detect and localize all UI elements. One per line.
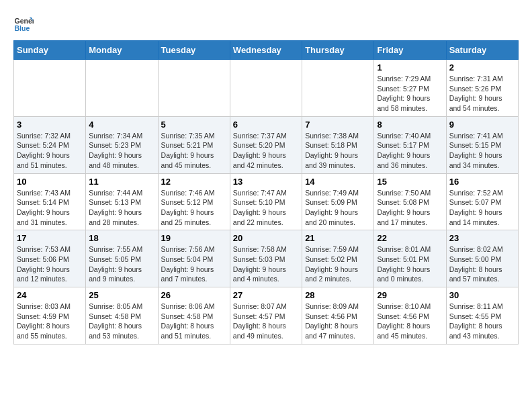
weekday-header: Sunday (14, 41, 86, 60)
calendar-cell: 29Sunrise: 8:10 AM Sunset: 4:56 PM Dayli… (374, 287, 446, 345)
day-number: 2 (449, 62, 515, 73)
calendar-cell: 8Sunrise: 7:40 AM Sunset: 5:17 PM Daylig… (374, 116, 446, 173)
day-number: 5 (161, 120, 227, 130)
day-info: Sunrise: 7:34 AM Sunset: 5:23 PM Dayligh… (89, 131, 154, 171)
calendar-cell: 7Sunrise: 7:38 AM Sunset: 5:18 PM Daylig… (302, 116, 374, 173)
day-number: 16 (449, 177, 515, 187)
calendar-cell: 5Sunrise: 7:35 AM Sunset: 5:21 PM Daylig… (158, 116, 230, 173)
day-number: 4 (89, 120, 154, 130)
day-info: Sunrise: 7:37 AM Sunset: 5:20 PM Dayligh… (233, 131, 299, 171)
day-info: Sunrise: 7:40 AM Sunset: 5:17 PM Dayligh… (377, 131, 443, 171)
calendar-cell: 28Sunrise: 8:09 AM Sunset: 4:56 PM Dayli… (302, 287, 374, 345)
day-info: Sunrise: 8:03 AM Sunset: 4:59 PM Dayligh… (17, 302, 83, 341)
calendar-cell: 12Sunrise: 7:46 AM Sunset: 5:12 PM Dayli… (158, 173, 230, 230)
calendar-cell: 16Sunrise: 7:52 AM Sunset: 5:07 PM Dayli… (446, 173, 518, 230)
day-number: 17 (17, 233, 83, 243)
weekday-header: Tuesday (158, 41, 230, 60)
calendar-cell: 6Sunrise: 7:37 AM Sunset: 5:20 PM Daylig… (230, 116, 302, 173)
day-info: Sunrise: 7:46 AM Sunset: 5:12 PM Dayligh… (161, 188, 227, 228)
calendar-cell: 20Sunrise: 7:58 AM Sunset: 5:03 PM Dayli… (230, 230, 302, 287)
calendar-cell (14, 60, 86, 117)
day-number: 13 (233, 177, 299, 187)
day-info: Sunrise: 7:50 AM Sunset: 5:08 PM Dayligh… (377, 188, 443, 228)
calendar-cell: 26Sunrise: 8:06 AM Sunset: 4:58 PM Dayli… (158, 287, 230, 345)
day-info: Sunrise: 8:01 AM Sunset: 5:01 PM Dayligh… (377, 244, 443, 284)
calendar-cell: 14Sunrise: 7:49 AM Sunset: 5:09 PM Dayli… (302, 173, 374, 230)
calendar-header: SundayMondayTuesdayWednesdayThursdayFrid… (14, 41, 519, 60)
day-info: Sunrise: 7:31 AM Sunset: 5:26 PM Dayligh… (449, 74, 515, 113)
day-number: 8 (377, 120, 443, 130)
calendar-cell: 3Sunrise: 7:32 AM Sunset: 5:24 PM Daylig… (14, 116, 86, 173)
day-info: Sunrise: 7:32 AM Sunset: 5:24 PM Dayligh… (17, 131, 83, 171)
calendar-cell: 24Sunrise: 8:03 AM Sunset: 4:59 PM Dayli… (14, 287, 86, 345)
day-info: Sunrise: 7:38 AM Sunset: 5:18 PM Dayligh… (305, 131, 371, 171)
day-info: Sunrise: 7:43 AM Sunset: 5:14 PM Dayligh… (17, 188, 83, 228)
day-info: Sunrise: 8:10 AM Sunset: 4:56 PM Dayligh… (377, 302, 443, 341)
weekday-header: Monday (86, 41, 158, 60)
day-info: Sunrise: 7:55 AM Sunset: 5:05 PM Dayligh… (89, 244, 154, 284)
day-info: Sunrise: 8:02 AM Sunset: 5:00 PM Dayligh… (449, 244, 515, 284)
calendar-cell: 4Sunrise: 7:34 AM Sunset: 5:23 PM Daylig… (86, 116, 158, 173)
weekday-header: Wednesday (230, 41, 302, 60)
day-number: 22 (377, 233, 443, 243)
day-info: Sunrise: 7:52 AM Sunset: 5:07 PM Dayligh… (449, 188, 515, 228)
svg-text:Blue: Blue (15, 24, 30, 32)
calendar-cell: 19Sunrise: 7:56 AM Sunset: 5:04 PM Dayli… (158, 230, 230, 287)
calendar-cell: 2Sunrise: 7:31 AM Sunset: 5:26 PM Daylig… (446, 60, 518, 117)
calendar-cell: 30Sunrise: 8:11 AM Sunset: 4:55 PM Dayli… (446, 287, 518, 345)
day-info: Sunrise: 7:56 AM Sunset: 5:04 PM Dayligh… (161, 244, 227, 284)
calendar-cell (302, 60, 374, 117)
day-number: 12 (161, 177, 227, 187)
page-header: General Blue (13, 13, 519, 34)
calendar-cell (230, 60, 302, 117)
day-info: Sunrise: 7:58 AM Sunset: 5:03 PM Dayligh… (233, 244, 299, 284)
day-number: 18 (89, 233, 154, 243)
day-info: Sunrise: 8:09 AM Sunset: 4:56 PM Dayligh… (305, 302, 371, 341)
day-number: 6 (233, 120, 299, 130)
day-info: Sunrise: 8:05 AM Sunset: 4:58 PM Dayligh… (89, 302, 154, 341)
day-info: Sunrise: 7:59 AM Sunset: 5:02 PM Dayligh… (305, 244, 371, 284)
calendar-cell: 22Sunrise: 8:01 AM Sunset: 5:01 PM Dayli… (374, 230, 446, 287)
logo: General Blue (13, 13, 36, 34)
day-info: Sunrise: 7:47 AM Sunset: 5:10 PM Dayligh… (233, 188, 299, 228)
day-info: Sunrise: 7:44 AM Sunset: 5:13 PM Dayligh… (89, 188, 154, 228)
calendar-cell (86, 60, 158, 117)
day-number: 23 (449, 233, 515, 243)
calendar-cell: 25Sunrise: 8:05 AM Sunset: 4:58 PM Dayli… (86, 287, 158, 345)
day-number: 19 (161, 233, 227, 243)
calendar-cell: 9Sunrise: 7:41 AM Sunset: 5:15 PM Daylig… (446, 116, 518, 173)
day-info: Sunrise: 8:06 AM Sunset: 4:58 PM Dayligh… (161, 302, 227, 341)
day-info: Sunrise: 7:35 AM Sunset: 5:21 PM Dayligh… (161, 131, 227, 171)
day-number: 28 (305, 290, 371, 300)
day-number: 26 (161, 290, 227, 300)
calendar-cell: 17Sunrise: 7:53 AM Sunset: 5:06 PM Dayli… (14, 230, 86, 287)
day-number: 24 (17, 290, 83, 300)
day-number: 14 (305, 177, 371, 187)
day-number: 9 (449, 120, 515, 130)
calendar-cell: 21Sunrise: 7:59 AM Sunset: 5:02 PM Dayli… (302, 230, 374, 287)
day-number: 27 (233, 290, 299, 300)
calendar-table: SundayMondayTuesdayWednesdayThursdayFrid… (13, 40, 519, 345)
day-info: Sunrise: 7:41 AM Sunset: 5:15 PM Dayligh… (449, 131, 515, 171)
calendar-cell: 15Sunrise: 7:50 AM Sunset: 5:08 PM Dayli… (374, 173, 446, 230)
day-info: Sunrise: 8:11 AM Sunset: 4:55 PM Dayligh… (449, 302, 515, 341)
weekday-header: Saturday (446, 41, 518, 60)
weekday-header: Friday (374, 41, 446, 60)
calendar-cell: 23Sunrise: 8:02 AM Sunset: 5:00 PM Dayli… (446, 230, 518, 287)
calendar-cell: 13Sunrise: 7:47 AM Sunset: 5:10 PM Dayli… (230, 173, 302, 230)
day-info: Sunrise: 7:49 AM Sunset: 5:09 PM Dayligh… (305, 188, 371, 228)
day-number: 25 (89, 290, 154, 300)
day-number: 20 (233, 233, 299, 243)
logo-icon: General Blue (13, 13, 34, 34)
weekday-header: Thursday (302, 41, 374, 60)
calendar-cell (158, 60, 230, 117)
calendar-cell: 10Sunrise: 7:43 AM Sunset: 5:14 PM Dayli… (14, 173, 86, 230)
day-number: 7 (305, 120, 371, 130)
day-number: 1 (377, 62, 443, 73)
day-number: 21 (305, 233, 371, 243)
day-number: 15 (377, 177, 443, 187)
day-number: 30 (449, 290, 515, 300)
calendar-cell: 11Sunrise: 7:44 AM Sunset: 5:13 PM Dayli… (86, 173, 158, 230)
day-info: Sunrise: 8:07 AM Sunset: 4:57 PM Dayligh… (233, 302, 299, 341)
day-number: 11 (89, 177, 154, 187)
